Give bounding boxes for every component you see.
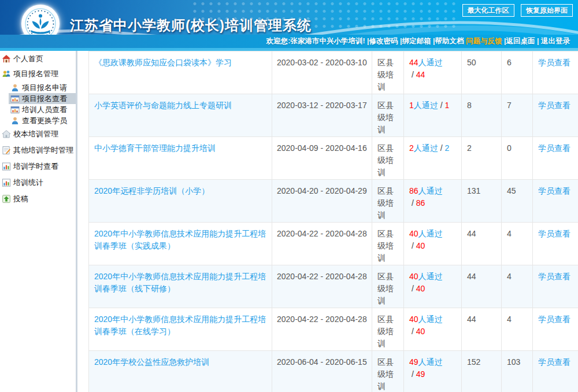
home-icon [2, 54, 11, 64]
project-name-link[interactable]: 2020年中小学教师信息技术应用能力提升工程培训春季班（实践成果） [94, 229, 266, 250]
help-doc-link[interactable]: 帮助文档 [435, 37, 464, 45]
passed-count: 40 [409, 229, 418, 238]
school-icon [2, 130, 11, 139]
passed-label-link[interactable]: 人通过 [418, 272, 443, 281]
view-students-link[interactable]: 学员查看 [538, 272, 570, 281]
pass-separator: / [409, 369, 416, 379]
return-desktop-link[interactable]: 返回桌面 [506, 37, 535, 45]
table-row: 2020年中小学教师信息技术应用能力提升工程培训春季班（在线学习） 2020-0… [89, 308, 578, 351]
project-level: 区县级培训 [372, 351, 404, 392]
sidebar-item-project-signup-management[interactable]: 项目报名管理 [0, 66, 76, 82]
passed-label-link[interactable]: 人通过 [418, 229, 443, 238]
sidebar-item-label: 项目报名查看 [22, 94, 67, 104]
pass-separator: / [409, 70, 416, 79]
pass-total: 1 [444, 101, 449, 110]
pass-separator: / [409, 327, 416, 336]
project-dates: 2020-04-20 - 2020-04-29 [272, 180, 372, 223]
pass-separator: / [438, 143, 445, 153]
table-row: 2020年远程非学历培训（小学） 2020-04-20 - 2020-04-29… [89, 180, 578, 223]
project-level: 区县级培训 [372, 308, 404, 351]
logout-link[interactable]: 退出登录 [541, 37, 570, 45]
feedback-link[interactable]: 问题与反馈 [466, 37, 502, 45]
project-dates: 2020-04-22 - 2020-04-28 [272, 265, 372, 308]
project-name-link[interactable]: 中小学德育干部管理能力提升培训 [94, 143, 216, 153]
passed-label-link[interactable]: 人通过 [418, 58, 443, 67]
table-row: 小学英语评价与命题能力线上专题研训 2020-03-12 - 2020-03-1… [89, 94, 578, 137]
restore-ui-button[interactable]: 恢复原始界面 [521, 4, 573, 17]
view-students-link[interactable]: 学员查看 [538, 58, 570, 67]
project-dates: 2020-03-02 - 2020-03-10 [272, 51, 372, 94]
passed-count: 40 [409, 272, 418, 281]
project-level: 区县级培训 [372, 51, 404, 94]
sidebar-item-label: 个人首页 [13, 54, 43, 64]
view-students-link[interactable]: 学员查看 [538, 101, 570, 110]
pass-total: 49 [416, 369, 425, 379]
sidebar-item-label: 培训学时查看 [13, 161, 58, 172]
sidebar-item-label: 项目报名管理 [13, 69, 58, 79]
sidebar-item-training-hours-view[interactable]: 培训学时查看 [0, 158, 76, 175]
sidebar-item-label: 项目报名申请 [22, 83, 67, 93]
sidebar-item-label: 查看更换学员 [22, 116, 67, 126]
count-primary: 44 [462, 265, 502, 308]
app-title: 江苏省中小学教师(校长)培训管理系统 [70, 16, 312, 35]
sidebar-item-home-page[interactable]: 个人首页 [0, 52, 76, 66]
view-students-link[interactable]: 学员查看 [538, 315, 570, 324]
sidebar-item-project-signup-view[interactable]: 项目报名查看 [9, 93, 76, 104]
sidebar-item-school-training-management[interactable]: 校本培训管理 [0, 126, 76, 142]
person-icon [10, 116, 20, 125]
group-icon [2, 69, 11, 79]
table-row: 2020年学校公益性应急救护培训 2020-06-04 - 2020-06-15… [89, 351, 578, 392]
sidebar-item-label: 培训统计 [13, 177, 43, 188]
change-password-link[interactable]: 修改密码 [369, 37, 398, 45]
project-name-link[interactable]: 2020年中小学教师信息技术应用能力提升工程培训春季班（线下研修） [94, 272, 266, 293]
passed-label-link[interactable]: 人通过 [418, 315, 443, 324]
project-level: 区县级培训 [372, 180, 404, 223]
sidebar-item-trainee-view[interactable]: 培训人员查看 [9, 104, 76, 115]
bind-email-link[interactable]: 绑定邮箱 [402, 37, 431, 45]
project-name-link[interactable]: 2020年学校公益性应急救护培训 [94, 357, 209, 367]
passed-count: 44 [409, 58, 418, 67]
project-name-link[interactable]: 小学英语评价与命题能力线上专题研训 [94, 101, 232, 110]
view-students-link[interactable]: 学员查看 [538, 357, 570, 367]
sidebar-item-submit-article[interactable]: 投稿 [0, 191, 76, 207]
view-students-link[interactable]: 学员查看 [538, 186, 570, 195]
passed-label-link[interactable]: 人通过 [414, 143, 438, 153]
topbar-separator: | [535, 37, 541, 45]
sidebar: 个人首页 项目报名管理 项目报名申请 项目报名查看 培训人员查看 查看更换学员 … [0, 51, 77, 392]
count-primary: 44 [462, 308, 502, 351]
project-dates: 2020-04-09 - 2020-04-16 [272, 137, 372, 180]
passed-label-link[interactable]: 人通过 [414, 101, 438, 110]
count-primary: 2 [462, 137, 502, 180]
passed-label-link[interactable]: 人通过 [418, 186, 443, 195]
project-name-link[interactable]: 2020年中小学教师信息技术应用能力提升工程培训春季班（在线学习） [94, 315, 266, 336]
project-name-link[interactable]: 2020年远程非学历培训（小学） [94, 186, 209, 195]
welcome-text: 欢迎您:张家港市中兴小学培训! [266, 37, 365, 45]
view-students-link[interactable]: 学员查看 [538, 143, 570, 153]
sidebar-item-project-signup-apply[interactable]: 项目报名申请 [9, 82, 76, 93]
passed-count: 86 [409, 186, 418, 195]
pass-total: 40 [416, 241, 425, 250]
view-students-link[interactable]: 学员查看 [538, 229, 570, 238]
count-primary: 152 [462, 351, 502, 392]
count-primary: 44 [462, 223, 502, 265]
project-name-link[interactable]: 《思政课教师应知应会口袋读本》学习 [94, 58, 232, 67]
topbar-links: 欢迎您:张家港市中兴小学培训! |修改密码 |绑定邮箱 |帮助文档 问题与反馈 … [266, 37, 570, 45]
pass-separator: / [409, 284, 416, 293]
project-dates: 2020-04-22 - 2020-04-28 [272, 308, 372, 351]
count-secondary: 4 [502, 308, 533, 351]
count-primary: 8 [462, 94, 502, 137]
project-dates: 2020-03-12 - 2020-03-17 [272, 94, 372, 137]
content-area: 《思政课教师应知应会口袋读本》学习 2020-03-02 - 2020-03-1… [77, 51, 578, 392]
passed-label-link[interactable]: 人通过 [418, 357, 443, 367]
sidebar-item-training-statistics[interactable]: 培训统计 [0, 175, 76, 191]
project-level: 区县级培训 [372, 265, 404, 308]
count-primary: 131 [462, 180, 502, 223]
pass-total: 86 [416, 198, 425, 208]
sidebar-item-view-replace-students[interactable]: 查看更换学员 [9, 115, 76, 126]
topbar-separator: | [398, 37, 402, 45]
sidebar-item-other-training-hours-management[interactable]: 其他培训学时管理 [0, 142, 76, 158]
chart-icon [2, 178, 11, 187]
topbar: 欢迎您:张家港市中兴小学培训! |修改密码 |绑定邮箱 |帮助文档 问题与反馈 … [0, 35, 578, 48]
maximize-workspace-button[interactable]: 最大化工作区 [462, 4, 514, 17]
report-icon [10, 94, 20, 103]
